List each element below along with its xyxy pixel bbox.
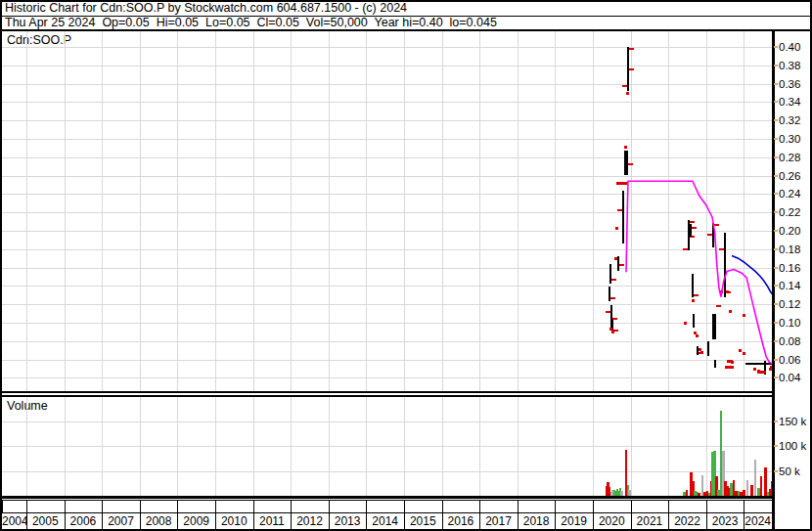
year-label: 2017 bbox=[479, 514, 518, 529]
axis-tick-tan bbox=[774, 65, 778, 66]
year-label: 2020 bbox=[593, 514, 631, 529]
price-tick-label: 0.40 bbox=[779, 41, 800, 53]
axis-tick-tan bbox=[774, 340, 778, 342]
year-label: 2011 bbox=[253, 514, 292, 529]
axis-tick-tan bbox=[774, 376, 778, 378]
year-label: 2009 bbox=[177, 514, 215, 529]
axis-tick-tan bbox=[774, 175, 778, 177]
year-label: 2023 bbox=[706, 514, 744, 529]
year-tick-cell bbox=[404, 500, 443, 513]
axis-label-layer: 0.400.380.360.340.320.300.280.260.240.22… bbox=[0, 0, 812, 531]
price-tick-label: 0.32 bbox=[779, 114, 800, 126]
price-tick-label: 0.08 bbox=[779, 335, 800, 347]
axis-tick-tan bbox=[774, 101, 778, 103]
year-label: 2007 bbox=[102, 514, 140, 529]
axis-tick-tan bbox=[774, 46, 778, 48]
year-label: 2006 bbox=[65, 514, 103, 529]
axis-tick-tan bbox=[774, 359, 778, 361]
axis-tick-tan bbox=[774, 211, 778, 213]
year-label: 2004 bbox=[2, 514, 26, 529]
year-tick-cell bbox=[215, 500, 254, 513]
volume-tick-label: 100 k bbox=[779, 440, 806, 452]
price-tick-label: 0.22 bbox=[779, 206, 800, 218]
year-tick-cell bbox=[177, 500, 216, 513]
year-tick-cell bbox=[668, 500, 707, 513]
year-tick-cell bbox=[744, 500, 773, 513]
axis-tick-tan bbox=[774, 138, 778, 140]
axis-tick-tan bbox=[774, 193, 778, 195]
year-label: 2014 bbox=[366, 514, 404, 529]
year-label: 2022 bbox=[668, 514, 706, 529]
price-tick-label: 0.38 bbox=[779, 60, 800, 71]
price-tick-label: 0.10 bbox=[779, 317, 800, 329]
axis-tick-tan bbox=[774, 420, 778, 422]
price-tick-label: 0.12 bbox=[779, 298, 800, 310]
axis-tick-tan bbox=[774, 156, 778, 158]
year-tick-cell bbox=[26, 500, 66, 513]
axis-tick-tan bbox=[774, 445, 778, 447]
axis-tick-tan bbox=[774, 267, 778, 269]
year-tick-cell bbox=[442, 500, 481, 513]
axis-tick-tan bbox=[774, 83, 778, 85]
year-label-divider bbox=[772, 513, 773, 529]
price-tick-label: 0.16 bbox=[779, 262, 800, 274]
price-tick-label: 0.18 bbox=[779, 243, 800, 255]
year-tick-cell bbox=[555, 500, 594, 513]
year-tick-cell bbox=[102, 500, 141, 513]
year-tick-cell bbox=[706, 500, 745, 513]
price-tick-label: 0.14 bbox=[779, 280, 800, 291]
axis-tick-tan bbox=[774, 470, 778, 472]
year-label: 2024 bbox=[744, 514, 772, 529]
year-tick-cell bbox=[253, 500, 293, 513]
price-tick-label: 0.06 bbox=[779, 354, 800, 366]
year-tick-cell bbox=[65, 500, 104, 513]
year-label: 2012 bbox=[291, 514, 329, 529]
price-tick-label: 0.28 bbox=[779, 152, 800, 163]
price-tick-label: 0.24 bbox=[779, 188, 800, 199]
year-tick-cell bbox=[593, 500, 632, 513]
axis-tick-tan bbox=[774, 285, 778, 287]
year-label: 2005 bbox=[26, 514, 65, 529]
axis-tick-tan bbox=[774, 230, 778, 232]
year-label: 2021 bbox=[631, 514, 669, 529]
year-tick-cell bbox=[366, 500, 405, 513]
price-tick-label: 0.34 bbox=[779, 96, 800, 108]
axis-tick-tan bbox=[774, 119, 778, 121]
stockwatch-historic-chart: Historic Chart for Cdn:SOO.P by Stockwat… bbox=[0, 0, 812, 531]
volume-tick-label: 50 k bbox=[779, 465, 800, 477]
year-label: 2010 bbox=[215, 514, 253, 529]
year-label: 2019 bbox=[555, 514, 593, 529]
price-tick-label: 0.30 bbox=[779, 133, 800, 145]
price-tick-label: 0.04 bbox=[779, 372, 800, 383]
year-label: 2008 bbox=[140, 514, 178, 529]
year-label: 2015 bbox=[404, 514, 442, 529]
year-tick-cell bbox=[479, 500, 519, 513]
year-tick-cell bbox=[631, 500, 670, 513]
axis-tick-tan bbox=[774, 303, 778, 305]
axis-tick-tan bbox=[774, 248, 778, 250]
year-tick-cell bbox=[291, 500, 330, 513]
year-tick-cell bbox=[518, 500, 557, 513]
price-tick-label: 0.20 bbox=[779, 225, 800, 237]
year-tick-cell bbox=[2, 500, 27, 513]
year-label: 2013 bbox=[329, 514, 367, 529]
volume-tick-label: 150 k bbox=[779, 416, 806, 427]
year-label: 2016 bbox=[442, 514, 480, 529]
price-tick-label: 0.26 bbox=[779, 170, 800, 182]
price-tick-label: 0.36 bbox=[779, 78, 800, 90]
year-tick-cell bbox=[140, 500, 179, 513]
axis-tick-tan bbox=[774, 322, 778, 324]
year-label: 2018 bbox=[518, 514, 556, 529]
year-tick-cell bbox=[329, 500, 368, 513]
